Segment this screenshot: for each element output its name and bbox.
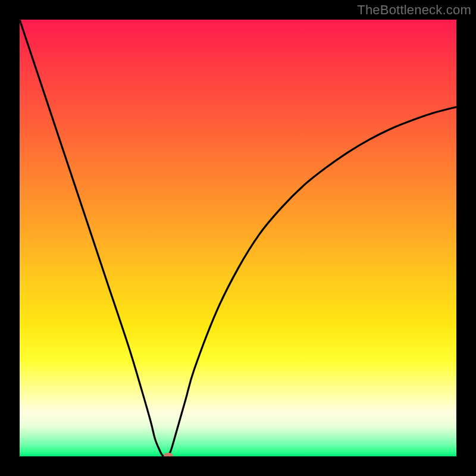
bottleneck-curve [20, 20, 456, 456]
chart-frame: TheBottleneck.com [0, 0, 476, 476]
curve-layer [20, 20, 456, 456]
plot-area [20, 20, 456, 456]
watermark-text: TheBottleneck.com [357, 2, 471, 18]
optimal-point-marker [164, 453, 173, 456]
